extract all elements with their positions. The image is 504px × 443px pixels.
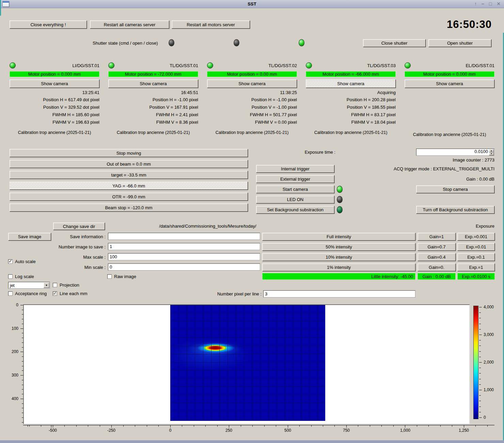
show-camera-button[interactable]: Show camera — [306, 79, 396, 88]
external-trigger-button[interactable]: External trigger — [256, 175, 334, 183]
out-of-beam-button[interactable]: Out of beam = 0.0 mm — [10, 160, 248, 168]
log-scale-checkbox[interactable] — [8, 274, 13, 279]
x-tick-label: -250 — [99, 428, 123, 433]
number-image-input[interactable] — [108, 243, 260, 250]
otr-button[interactable]: OTR = -99.0 mm — [10, 193, 248, 201]
minimize-icon[interactable]: – — [482, 1, 484, 6]
line-each-mm-checkbox[interactable] — [53, 291, 57, 296]
exposure-time-input[interactable]: 0.0100 ▲▼ — [416, 149, 494, 156]
restart-cameras-button[interactable]: Restart all cameras server — [90, 20, 169, 29]
raw-image-label: Raw image — [114, 274, 136, 279]
gain-04-button[interactable]: Gain=0.4 — [418, 253, 456, 261]
shutter-state-label: Shutter state (cmd / open / close) — [93, 41, 158, 46]
y-tick-label: 400 — [7, 396, 18, 401]
camera-panel-tl-dg-sst-02: TL/DG/SST.02 Motor position = 0.00 mm Sh… — [207, 62, 297, 137]
position-h: Position H = -1.00 pixel — [108, 96, 198, 104]
pixel-per-line-input[interactable] — [263, 290, 415, 297]
save-path: /data/shared/Commissioning_tools/Mesure/… — [109, 224, 306, 229]
yag-button[interactable]: YAG = -66.0 mm — [10, 182, 248, 190]
shade-icon[interactable]: ↑ — [474, 1, 477, 6]
beam-stop-button[interactable]: Beam stop = -120.0 mm — [10, 203, 248, 212]
calibration-warning: Calibration trop ancienne (2025-01-21) — [207, 130, 297, 135]
save-image-button[interactable]: Save image — [8, 233, 51, 241]
x-tick-label: 0 — [158, 428, 182, 433]
change-save-dir-button[interactable]: Change save dir — [53, 223, 105, 230]
chevron-down-icon[interactable]: ▼ — [44, 282, 49, 288]
min-scale-label: Min scale : — [51, 265, 106, 270]
fwhm-h: FWHM H = 185.60 pixel — [10, 111, 99, 119]
gain-0-button[interactable]: Gain=0. — [418, 263, 456, 271]
turn-off-background-button[interactable]: Turn off Background substraction — [416, 206, 494, 214]
x-tick-label: -500 — [41, 428, 65, 433]
close-shutter-button[interactable]: Close shutter — [363, 39, 426, 47]
save-information-input[interactable] — [108, 233, 260, 240]
stop-camera-button[interactable]: Stop camera — [416, 185, 494, 193]
y-axis-minor-ticks — [22, 305, 23, 423]
set-background-button[interactable]: Set Background substraction — [256, 206, 334, 214]
camera-status-led — [405, 62, 411, 68]
auto-scale-checkbox[interactable] — [8, 259, 13, 264]
shutter-open-led — [234, 39, 239, 46]
gain-07-button[interactable]: Gain=0.7 — [418, 243, 456, 251]
x-tick-label: 1,000 — [393, 428, 417, 433]
window-edge-left — [0, 0, 1, 16]
restart-motors-button[interactable]: Restart all motors server — [172, 20, 250, 29]
max-scale-input[interactable] — [108, 253, 260, 260]
clock: 16:50:30 — [447, 18, 492, 31]
gain-1-button[interactable]: Gain=1 — [418, 233, 456, 241]
max-scale-label: Max scale : — [51, 255, 106, 260]
spin-up-icon[interactable]: ▲ — [489, 149, 494, 152]
stop-moving-button[interactable]: Stop moving — [10, 149, 248, 157]
full-intensity-button[interactable]: Full intensity — [262, 233, 415, 241]
beam-image — [170, 305, 325, 421]
y-tick-label: 200 — [7, 349, 18, 354]
spin-down-icon[interactable]: ▼ — [489, 152, 494, 155]
projection-checkbox[interactable] — [53, 283, 57, 287]
led-on-led — [337, 196, 343, 203]
acceptance-ring-label: Acceptance ring — [15, 291, 47, 296]
acceptance-ring-checkbox[interactable] — [8, 291, 13, 296]
colorbar-tick-label: 4,000 — [484, 305, 494, 309]
auto-scale-label: Auto scale — [15, 259, 36, 264]
show-camera-button[interactable]: Show camera — [405, 79, 494, 88]
internal-trigger-button[interactable]: Internal trigger — [256, 165, 334, 173]
camera-name: EL/DG/SST.01 — [466, 63, 494, 68]
x-tick-label: 1,250 — [452, 428, 476, 433]
fwhm-v: FWHM V = 196.63 pixel — [10, 119, 99, 126]
target-button[interactable]: target = -33.5 mm — [10, 171, 248, 179]
camera-panel-tl-dg-sst-03: TL/DG/SST.03 Motor position = -66.000 mm… — [306, 62, 396, 137]
y-tick-label: 100 — [7, 326, 18, 331]
led-on-button[interactable]: LED ON — [256, 196, 334, 203]
colormap-select[interactable]: jet ▼ — [8, 282, 50, 289]
camera-panel-tl-dg-sst-01: TL/DG/SST.01 Motor position = -72.000 mm… — [108, 62, 198, 137]
window-title: SST — [0, 1, 504, 6]
pixel-per-line-label: Number pixel per line : — [201, 291, 262, 296]
exp-0001-button[interactable]: Exp.=0.001 — [457, 233, 495, 241]
close-icon[interactable]: ✕ — [497, 1, 501, 6]
image-counter: Image counter : 2773 — [392, 157, 494, 163]
calibration-warning: Calibration trop ancienne (2025-01-21) — [108, 130, 198, 135]
show-camera-button[interactable]: Show camera — [10, 79, 99, 88]
close-everything-button[interactable]: Close everything ! — [10, 20, 87, 29]
maximize-icon[interactable]: □ — [489, 1, 492, 6]
show-camera-button[interactable]: Show camera — [108, 79, 198, 88]
intensity-50-button[interactable]: 50% intensity — [262, 243, 415, 251]
min-scale-input[interactable] — [108, 263, 260, 271]
camera-name: TL/DG/SST.01 — [170, 63, 198, 68]
start-camera-button[interactable]: Start camera — [256, 185, 334, 193]
intensity-10-button[interactable]: 10% intensity — [262, 253, 415, 261]
raw-image-checkbox[interactable] — [107, 274, 112, 279]
motor-position-bar: Motor position = 0.000 mm — [10, 71, 99, 77]
calibration-warning: Calibration trop ancienne (2025-01-21) — [10, 130, 99, 135]
camera-timestamp: 13:25:41 — [10, 90, 99, 96]
exp-001-button[interactable]: Exp.=0.01 — [457, 243, 495, 251]
intensity-1-button[interactable]: 1% intensity — [262, 263, 415, 271]
open-shutter-button[interactable]: Open shutter — [428, 39, 491, 47]
exposure-spinner[interactable]: ▲▼ — [489, 149, 494, 155]
exp-1-button[interactable]: Exp.=1 — [457, 263, 495, 271]
fwhm-v: FWHM V = 8.36 pixel — [108, 119, 198, 126]
show-camera-button[interactable]: Show camera — [207, 79, 297, 88]
y-tick-label: 300 — [7, 373, 18, 378]
colorbar-tick-label: 2,000 — [484, 360, 494, 365]
exp-01-button[interactable]: Exp.=0.1 — [457, 253, 495, 261]
